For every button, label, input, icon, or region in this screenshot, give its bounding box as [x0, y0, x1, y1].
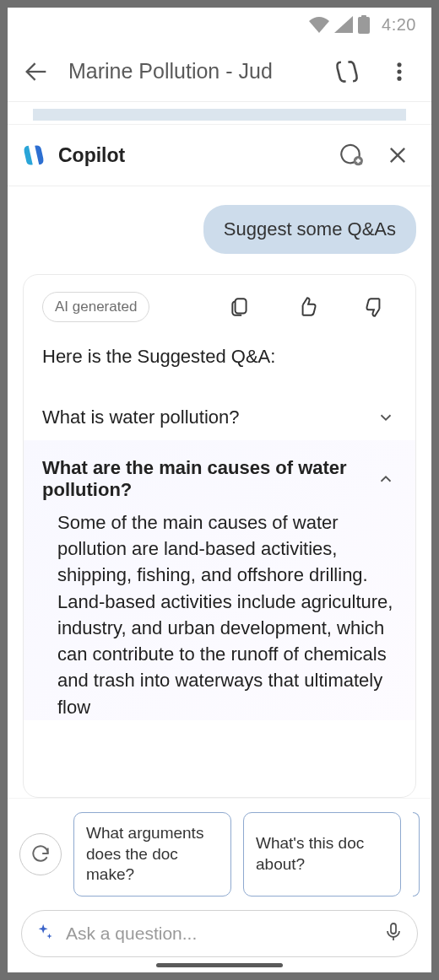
suggestion-chip[interactable]: What's this doc about? [243, 812, 401, 897]
card-body: Here is the Suggested Q&A: What is water… [24, 331, 415, 797]
card-actions [226, 293, 397, 320]
copy-button[interactable] [226, 293, 253, 320]
chat-scroll-area[interactable]: Suggest some Q&As AI generated [8, 186, 431, 798]
wifi-icon [309, 16, 329, 33]
qa-item-header[interactable]: What are the main causes of water pollut… [42, 454, 397, 509]
collapse-toggle[interactable] [375, 468, 397, 490]
expand-toggle[interactable] [375, 407, 397, 428]
chevron-up-icon [377, 470, 395, 488]
chat-plus-icon [337, 142, 364, 169]
cellular-icon [334, 16, 353, 33]
suggestion-row: What arguments does the doc make? What's… [16, 812, 423, 910]
svg-point-2 [397, 62, 401, 67]
arrow-left-icon [22, 57, 51, 86]
refresh-icon [30, 843, 51, 865]
close-copilot-button[interactable] [379, 137, 416, 174]
suggestion-chip[interactable]: What arguments does the doc make? [73, 812, 231, 897]
svg-rect-6 [236, 299, 247, 313]
bottom-bar: What arguments does the doc make? What's… [8, 798, 431, 972]
svg-rect-7 [391, 923, 396, 934]
thumbs-down-icon [364, 296, 386, 318]
copilot-title: Copilot [58, 144, 322, 167]
user-message-row: Suggest some Q&As [23, 205, 416, 254]
home-indicator[interactable] [156, 963, 283, 967]
new-chat-button[interactable] [332, 137, 369, 174]
thumbs-up-button[interactable] [294, 293, 321, 320]
copilot-icon [333, 57, 361, 86]
copilot-logo [19, 141, 48, 170]
prompt-input[interactable] [66, 923, 371, 944]
svg-rect-0 [358, 17, 370, 34]
qa-question: What is water pollution? [42, 407, 375, 428]
svg-point-4 [397, 76, 401, 80]
prompt-input-bar[interactable] [21, 910, 418, 957]
copilot-header-button[interactable] [327, 51, 367, 92]
battery-icon [358, 15, 370, 34]
card-header: AI generated [24, 275, 415, 331]
response-intro: Here is the Suggested Q&A: [42, 346, 397, 368]
qa-answer: Some of the main causes of water polluti… [42, 509, 397, 720]
suggestion-chip-overflow[interactable] [413, 812, 420, 897]
mic-button[interactable] [383, 922, 404, 945]
suggestion-label: What arguments does the doc make? [86, 823, 219, 886]
copilot-panel-header: Copilot [8, 124, 431, 186]
response-card: AI generated Here is the Suggested Q&A: [23, 274, 416, 798]
document-title: Marine Pollution - Jud [68, 59, 315, 83]
qa-item-collapsed[interactable]: What is water pollution? [42, 395, 397, 440]
suggestion-label: What's this doc about? [256, 833, 388, 875]
ai-generated-badge: AI generated [42, 292, 149, 322]
more-vertical-icon [388, 60, 411, 83]
copilot-logo-icon [21, 143, 46, 168]
thumbs-down-button[interactable] [361, 293, 388, 320]
svg-point-3 [397, 69, 401, 73]
microphone-icon [383, 922, 404, 942]
close-icon [386, 143, 409, 167]
user-message-bubble: Suggest some Q&As [203, 205, 416, 254]
qa-item-expanded: What are the main causes of water pollut… [24, 440, 415, 720]
app-header: Marine Pollution - Jud [8, 41, 431, 102]
refresh-suggestions-button[interactable] [19, 833, 62, 875]
document-preview [8, 102, 431, 124]
clock: 4:20 [382, 15, 416, 35]
copy-icon [229, 296, 251, 318]
sparkle-icon [35, 923, 54, 945]
more-options-button[interactable] [379, 51, 420, 92]
back-button[interactable] [16, 51, 57, 92]
thumbs-up-icon [296, 296, 318, 318]
device-frame: 4:20 Marine Pollution - Jud Copilot Sugg… [8, 8, 431, 972]
qa-question: What are the main causes of water pollut… [42, 457, 375, 501]
status-bar: 4:20 [8, 8, 431, 41]
chevron-down-icon [377, 408, 395, 427]
svg-rect-1 [361, 15, 366, 18]
